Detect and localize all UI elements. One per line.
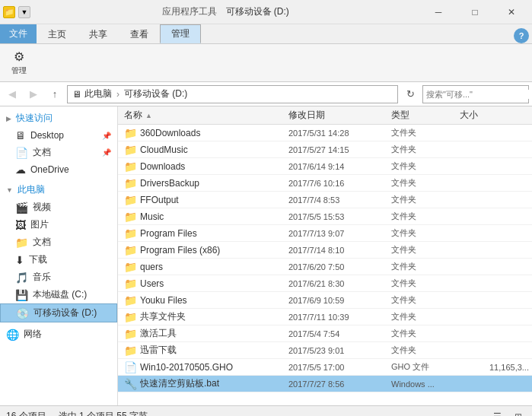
downloads-icon: ⬇ (15, 254, 24, 266)
sidebar-item-pictures[interactable]: 🖼 图片 (0, 216, 117, 233)
close-button[interactable]: ✕ (494, 0, 529, 24)
file-date: 2017/5/4 7:54 (285, 329, 388, 338)
file-date: 2017/7/13 9:07 (285, 229, 388, 238)
file-name-text: FFOutput (140, 195, 285, 205)
table-row[interactable]: 📁Program Files2017/7/13 9:07文件夹 (118, 225, 532, 242)
tab-share[interactable]: 共享 (78, 24, 119, 43)
file-type: Windows ... (388, 379, 457, 389)
file-icon: 📁 (124, 294, 137, 306)
file-type: 文件夹 (388, 177, 457, 189)
sidebar-item-network[interactable]: 🌐 网络 (0, 325, 117, 343)
file-icon: 📁 (124, 127, 137, 139)
path-pc-icon: 🖥 (72, 89, 81, 100)
refresh-button[interactable]: ↻ (401, 85, 419, 103)
table-row[interactable]: 📁共享文件夹2017/7/11 10:39文件夹 (118, 309, 532, 325)
file-name-cell: 📁激活工具 (118, 327, 285, 340)
table-row[interactable]: 📁quers2017/6/20 7:50文件夹 (118, 259, 532, 275)
file-type: 文件夹 (388, 244, 457, 256)
table-row[interactable]: 📁FFOutput2017/7/4 8:53文件夹 (118, 192, 532, 208)
file-name-cell: 🔧快速清空剪贴板.bat (118, 377, 285, 390)
tab-view[interactable]: 查看 (119, 24, 160, 43)
sidebar-item-music[interactable]: 🎵 音乐 (0, 268, 117, 286)
file-icon: 🔧 (124, 378, 137, 390)
sidebar-item-onedrive[interactable]: ☁ OneDrive (0, 161, 117, 178)
file-date: 2017/7/4 8:53 (285, 195, 388, 205)
table-row[interactable]: 📁Music2017/5/5 15:53文件夹 (118, 208, 532, 225)
sidebar-item-local-disk[interactable]: 💾 本地磁盘 (C:) (0, 286, 117, 303)
sidebar-item-downloads[interactable]: ⬇ 下载 (0, 251, 117, 268)
file-name-text: Downloads (140, 161, 285, 172)
file-name-text: Youku Files (140, 295, 285, 306)
app-tools-label: 应用程序工具 (162, 6, 217, 17)
status-bar-right: ☰ ⊞ (489, 409, 526, 417)
path-drive: 可移动设备 (D:) (124, 87, 187, 100)
tab-home[interactable]: 主页 (37, 24, 78, 43)
sidebar-item-documents[interactable]: 📄 文档 📌 (0, 144, 117, 161)
disk-c-icon: 💾 (15, 289, 28, 301)
window-controls: ─ □ ✕ (421, 0, 529, 24)
back-button[interactable]: ◀ (3, 85, 21, 103)
table-row[interactable]: 📁Downloads2017/6/14 9:14文件夹 (118, 158, 532, 175)
address-path[interactable]: 🖥 此电脑 › 可移动设备 (D:) (67, 85, 398, 103)
file-icon: 📄 (124, 361, 137, 373)
file-list-header: 名称 ▲ 修改日期 类型 大小 (118, 106, 532, 125)
table-row[interactable]: 📁Users2017/6/21 8:30文件夹 (118, 275, 532, 292)
view-list-btn[interactable]: ☰ (489, 409, 505, 417)
file-list-area: 名称 ▲ 修改日期 类型 大小 📁360Downloads2017/5/31 1… (118, 106, 532, 405)
help-button[interactable]: ? (514, 28, 529, 43)
file-name-cell: 📁迅雷下载 (118, 344, 285, 357)
file-date: 2017/6/20 7:50 (285, 262, 388, 272)
table-row[interactable]: 🔧快速清空剪贴板.bat2017/7/27 8:56Windows ... (118, 376, 532, 392)
table-row[interactable]: 📄Win10-20170505.GHO2017/5/5 17:00GHO 文件1… (118, 359, 532, 376)
sidebar-this-pc-header: ▼ 此电脑 (0, 181, 117, 198)
col-header-type[interactable]: 类型 (388, 109, 457, 122)
pin-icon: 📌 (102, 132, 111, 140)
file-name-cell: 📁共享文件夹 (118, 310, 285, 323)
file-icon: 📁 (124, 345, 137, 357)
ribbon-manage-btn[interactable]: ⚙ 管理 (6, 47, 32, 78)
sidebar-item-docs[interactable]: 📁 文档 (0, 233, 117, 251)
sidebar-item-video[interactable]: 🎬 视频 (0, 198, 117, 216)
manage-icon: ⚙ (14, 49, 24, 64)
table-row[interactable]: 📁360Downloads2017/5/31 14:28文件夹 (118, 125, 532, 141)
file-name-cell: 📁quers (118, 261, 285, 273)
file-name-cell: 📁FFOutput (118, 194, 285, 206)
col-header-name[interactable]: 名称 ▲ (118, 109, 285, 122)
file-date: 2017/7/11 10:39 (285, 313, 388, 322)
file-name-cell: 📁Downloads (118, 160, 285, 173)
minimize-button[interactable]: ─ (421, 0, 456, 24)
quick-access-btn-1[interactable]: ▼ (18, 6, 30, 18)
table-row[interactable]: 📁Youku Files2017/6/9 10:59文件夹 (118, 292, 532, 309)
table-row[interactable]: 📁迅雷下载2017/5/23 9:01文件夹 (118, 342, 532, 359)
file-type: 文件夹 (388, 261, 457, 272)
file-name-cell: 📁360Downloads (118, 127, 285, 139)
table-row[interactable]: 📁CloudMusic2017/5/27 14:15文件夹 (118, 141, 532, 158)
file-type: 文件夹 (388, 328, 457, 339)
file-name-text: CloudMusic (140, 144, 285, 155)
file-name-text: 共享文件夹 (140, 310, 285, 323)
table-row[interactable]: 📁DriversBackup2017/7/6 10:16文件夹 (118, 175, 532, 192)
window-title-text: 可移动设备 (D:) (226, 6, 289, 17)
file-name-cell: 📁Users (118, 278, 285, 290)
file-type: 文件夹 (388, 211, 457, 222)
path-sep-1: › (116, 89, 119, 100)
col-header-size[interactable]: 大小 (457, 109, 532, 122)
network-icon: 🌐 (6, 329, 19, 341)
forward-button[interactable]: ▶ (24, 85, 43, 103)
file-name-cell: 📁Music (118, 211, 285, 223)
tab-file[interactable]: 文件 (0, 24, 37, 43)
sidebar-item-removable[interactable]: 💿 可移动设备 (D:) (0, 303, 117, 322)
file-date: 2017/7/14 8:10 (285, 246, 388, 255)
up-button[interactable]: ↑ (46, 85, 64, 103)
title-bar: 📁 ▼ 应用程序工具 可移动设备 (D:) ─ □ ✕ (0, 0, 532, 24)
maximize-button[interactable]: □ (457, 0, 492, 24)
table-row[interactable]: 📁Program Files (x86)2017/7/14 8:10文件夹 (118, 242, 532, 259)
quick-access-buttons: ▼ (18, 6, 30, 18)
search-input[interactable] (423, 90, 532, 99)
col-header-date[interactable]: 修改日期 (285, 109, 388, 122)
sidebar-item-desktop[interactable]: 🖥 Desktop 📌 (0, 127, 117, 144)
table-row[interactable]: 📁激活工具2017/5/4 7:54文件夹 (118, 325, 532, 342)
tab-manage[interactable]: 管理 (160, 24, 201, 43)
view-grid-btn[interactable]: ⊞ (511, 409, 526, 417)
desktop-icon: 🖥 (15, 129, 26, 141)
